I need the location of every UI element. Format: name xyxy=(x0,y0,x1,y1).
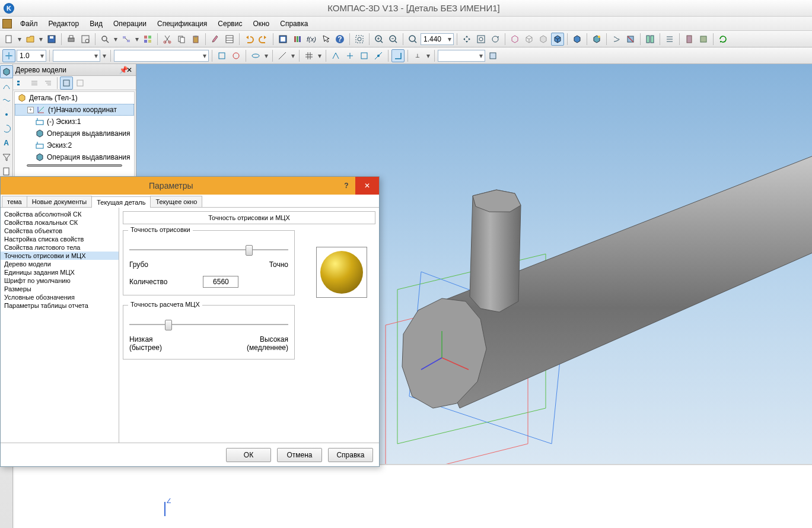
zoom-combo[interactable]: 1.440 xyxy=(421,33,454,45)
side-point-icon[interactable] xyxy=(0,108,13,121)
side-extrude-icon[interactable] xyxy=(0,65,13,78)
scale-combo[interactable]: 1.0 xyxy=(17,50,46,62)
side-report[interactable]: Параметры таблицы отчета xyxy=(1,301,119,310)
tab-newdocs[interactable]: Новые документы xyxy=(27,196,93,207)
snap1-button[interactable] xyxy=(215,49,228,62)
print-button[interactable] xyxy=(65,33,78,46)
tree-btn2[interactable] xyxy=(28,77,41,90)
section-button[interactable] xyxy=(624,33,637,46)
dim4-button[interactable] xyxy=(372,49,385,62)
side-font[interactable]: Шрифт по умолчанию xyxy=(1,276,119,285)
search-dropdown-icon[interactable]: ▾ xyxy=(113,35,119,43)
save-button[interactable] xyxy=(45,33,58,46)
menu-help[interactable]: Справка xyxy=(275,18,313,29)
view-shaded2-button[interactable] xyxy=(571,33,584,46)
ok-button[interactable]: ОК xyxy=(226,448,271,462)
zoom-in-button[interactable] xyxy=(372,33,386,46)
layer-dd-icon[interactable]: ▾ xyxy=(101,52,107,60)
link-dropdown-icon[interactable]: ▾ xyxy=(134,35,140,43)
undo-button[interactable] xyxy=(243,33,256,46)
paste-button[interactable] xyxy=(189,33,202,46)
side-tree[interactable]: Дерево модели xyxy=(1,260,119,268)
tree-btn5[interactable] xyxy=(74,77,87,90)
view-hidden-button[interactable] xyxy=(537,33,550,46)
config-combo[interactable] xyxy=(438,50,485,62)
side-curve-icon[interactable] xyxy=(0,79,13,93)
snap4-dd-icon[interactable]: ▾ xyxy=(290,52,296,60)
properties-button[interactable] xyxy=(223,33,236,46)
dialog-help-button[interactable]: Справка xyxy=(328,448,373,462)
zoom-area-button[interactable] xyxy=(475,33,488,46)
tree-btn4[interactable] xyxy=(60,77,73,90)
thread-button[interactable] xyxy=(610,33,623,46)
redo-button[interactable] xyxy=(257,33,270,46)
side-dims[interactable]: Размеры xyxy=(1,285,119,293)
side-filter-icon[interactable] xyxy=(0,151,13,164)
manager-button[interactable] xyxy=(276,33,289,46)
view-persp-button[interactable] xyxy=(590,33,603,46)
snap3-button[interactable] xyxy=(249,49,262,62)
tree-sketch1[interactable]: (-) Эскиз:1 xyxy=(15,116,134,128)
side-precision[interactable]: Точность отрисовки и МЦХ xyxy=(1,252,119,260)
tree-btn3[interactable] xyxy=(42,77,55,90)
link-button[interactable] xyxy=(120,33,133,46)
expand-icon[interactable]: + xyxy=(27,107,34,113)
tab-theme[interactable]: тема xyxy=(2,196,27,207)
zoom-frame-button[interactable] xyxy=(353,33,366,46)
extra2-button[interactable] xyxy=(697,33,710,46)
snap-grid-button[interactable] xyxy=(2,49,15,62)
tree-extr1[interactable]: Операция выдавливания xyxy=(15,128,134,139)
snap-end-dd-icon[interactable]: ▾ xyxy=(425,52,431,60)
pan-button[interactable] xyxy=(460,33,473,46)
grid-button[interactable] xyxy=(302,49,316,62)
view-iso-button[interactable] xyxy=(508,33,521,46)
search-button[interactable] xyxy=(98,33,112,46)
dim1-button[interactable] xyxy=(329,49,342,62)
ortho-button[interactable] xyxy=(391,49,405,62)
snap-button[interactable] xyxy=(644,33,657,46)
help-button[interactable]: ? xyxy=(333,33,346,46)
menu-service[interactable]: Сервис xyxy=(213,18,247,29)
view-shaded-button[interactable] xyxy=(551,33,564,46)
home-icon[interactable] xyxy=(2,19,12,28)
grid-dd-icon[interactable]: ▾ xyxy=(317,52,323,60)
side-spiral-icon[interactable] xyxy=(0,122,13,135)
menu-specification[interactable]: Спецификация xyxy=(152,18,212,29)
fx-button[interactable]: f(x) xyxy=(305,33,318,46)
print-preview-button[interactable] xyxy=(79,33,92,46)
extra1-button[interactable] xyxy=(683,33,696,46)
dim3-button[interactable] xyxy=(358,49,371,62)
dialog-close-icon[interactable]: ✕ xyxy=(355,177,379,195)
tree-sketch2[interactable]: Эскиз:2 xyxy=(15,139,134,151)
snap-end-button[interactable]: ⊥ xyxy=(411,49,424,62)
side-units[interactable]: Единицы задания МЦХ xyxy=(1,268,119,276)
pin-icon[interactable]: 📌 xyxy=(119,66,126,74)
menu-view[interactable]: Вид xyxy=(85,18,107,29)
side-local-cs[interactable]: Свойства локальных СК xyxy=(1,218,119,227)
tree-origin[interactable]: + (т)Начало координат xyxy=(15,104,134,116)
zoom-out-button[interactable] xyxy=(387,33,400,46)
copy-button[interactable] xyxy=(175,33,188,46)
side-symbols[interactable]: Условные обозначения xyxy=(1,293,119,301)
side-objects[interactable]: Свойства объектов xyxy=(1,227,119,235)
list-button[interactable] xyxy=(663,33,676,46)
tab-current-window[interactable]: Текущее окно xyxy=(150,196,202,207)
side-text-icon[interactable]: A xyxy=(0,136,13,150)
zoom-fit-button[interactable] xyxy=(406,33,419,46)
side-sheet[interactable]: Свойства листового тела xyxy=(1,243,119,252)
snap2-button[interactable] xyxy=(230,49,243,62)
close-icon[interactable]: ✕ xyxy=(126,66,133,74)
cancel-button[interactable]: Отмена xyxy=(277,448,322,462)
layer-combo[interactable] xyxy=(53,50,100,62)
menu-window[interactable]: Окно xyxy=(248,18,274,29)
pointer-button[interactable] xyxy=(319,33,332,46)
snap4-button[interactable] xyxy=(276,49,289,62)
view-wire-button[interactable] xyxy=(523,33,536,46)
count-input[interactable] xyxy=(203,276,238,288)
side-abs-cs[interactable]: Свойства абсолютной СК xyxy=(1,210,119,218)
gallery-button[interactable] xyxy=(141,33,154,46)
dim2-button[interactable] xyxy=(343,49,356,62)
new-button[interactable] xyxy=(2,33,15,46)
library-button[interactable] xyxy=(291,33,304,46)
slider-thumb[interactable] xyxy=(246,245,253,256)
